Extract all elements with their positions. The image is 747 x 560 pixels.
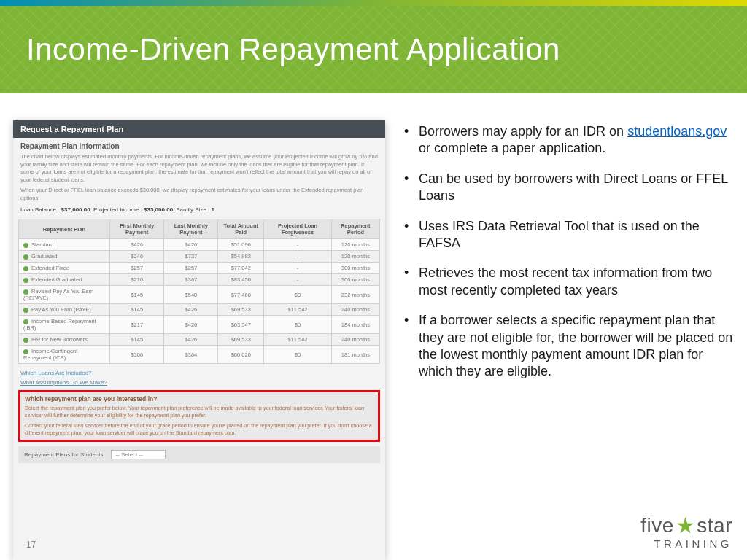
plan-dot-icon — [23, 289, 28, 295]
table-row: Extended Fixed$257$257$77,042-300 months — [19, 262, 380, 274]
col-last: Last Monthly Payment — [164, 219, 218, 239]
table-row: Standard$426$426$51,096-120 months — [19, 239, 380, 251]
table-row: Revised Pay As You Earn (REPAYE)$145$540… — [19, 286, 380, 304]
callout-text-2: Contact your federal loan servicer befor… — [25, 422, 374, 437]
page-number: 17 — [26, 540, 36, 550]
plan-dot-icon — [23, 254, 28, 260]
plan-dot-icon — [23, 266, 28, 271]
table-row: Pay As You Earn (PAYE)$145$426$69,533$11… — [19, 304, 380, 316]
plan-dot-icon — [23, 338, 28, 343]
panel-title: Request a Repayment Plan — [13, 120, 385, 138]
which-loans-link[interactable]: Which Loans Are Included? — [13, 368, 385, 378]
plan-dot-icon — [23, 349, 28, 354]
family-value: 1 — [212, 206, 214, 213]
plan-select-label: Repayment Plans for Students — [24, 451, 104, 458]
callout-text-1: Select the repayment plan you prefer bel… — [25, 405, 374, 419]
col-period: Repayment Period — [331, 219, 379, 239]
plan-dot-icon — [23, 243, 28, 248]
bullet-item: Uses IRS Data Retrieval Tool that is use… — [398, 218, 734, 252]
callout-title: Which repayment plan are you interested … — [25, 395, 374, 402]
content-area: Request a Repayment Plan Repayment Plan … — [0, 106, 747, 560]
family-label: Family Size : — [177, 206, 210, 213]
income-value: $35,000.00 — [144, 206, 173, 213]
gradient-accent-bar — [0, 0, 747, 6]
slide-header: Income-Driven Repayment Application — [0, 6, 747, 93]
highlighted-callout-box: Which repayment plan are you interested … — [18, 390, 380, 442]
balance-label: Loan Balance : — [20, 206, 59, 213]
studentloans-link[interactable]: studentloans.gov — [627, 124, 727, 139]
logo-line-2: TRAINING — [640, 537, 732, 550]
balance-value: $37,000.00 — [61, 206, 90, 213]
plan-dot-icon — [23, 308, 28, 313]
embedded-screenshot-panel: Request a Repayment Plan Repayment Plan … — [13, 120, 385, 560]
bullet-item: If a borrower selects a specific repayme… — [398, 312, 734, 381]
five-star-training-logo: five★star TRAINING — [640, 514, 732, 550]
plan-dot-icon — [23, 319, 28, 324]
star-icon: ★ — [676, 515, 696, 537]
bullet-list: Borrowers may apply for an IDR on studen… — [398, 123, 734, 381]
table-row: Extended Graduated$210$367$83,450-300 mo… — [19, 274, 380, 286]
income-label: Projected Income : — [93, 206, 142, 213]
repayment-plans-table: Repayment Plan First Monthly Payment Las… — [18, 219, 380, 364]
logo-line-1: five★star — [640, 514, 732, 537]
logo-word-five: five — [640, 514, 674, 537]
bullet-item: Borrowers may apply for an IDR on studen… — [398, 123, 734, 158]
col-forgive: Projected Loan Forgiveness — [264, 219, 332, 239]
slide-title: Income-Driven Repayment Application — [26, 32, 560, 67]
bullet-item: Retrieves the most recent tax informatio… — [398, 265, 734, 299]
table-row: IBR for New Borrowers$145$426$69,533$11,… — [19, 334, 380, 346]
table-row: Income-Contingent Repayment (ICR)$306$36… — [19, 346, 380, 364]
col-plan: Repayment Plan — [19, 219, 110, 239]
bullet-item: Can be used by borrowers with Direct Loa… — [398, 171, 734, 205]
loan-info-line: Loan Balance : $37,000.00 Projected Inco… — [13, 203, 385, 217]
plan-dot-icon — [23, 278, 28, 283]
table-row: Graduated$246$737$54,982-120 months — [19, 251, 380, 262]
description-paragraph-1: The chart below displays estimated month… — [13, 152, 385, 185]
plan-select-row: Repayment Plans for Students -- Select -… — [18, 446, 380, 463]
assumptions-link[interactable]: What Assumptions Do We Make? — [13, 378, 385, 387]
table-row: Income-Based Repayment (IBR)$217$426$63,… — [19, 316, 380, 334]
table-header-row: Repayment Plan First Monthly Payment Las… — [19, 219, 380, 239]
section-heading: Repayment Plan Information — [13, 138, 385, 152]
logo-word-star: star — [697, 514, 732, 537]
col-total: Total Amount Paid — [218, 219, 264, 239]
plan-select-dropdown[interactable]: -- Select -- — [111, 450, 166, 459]
col-first: First Monthly Payment — [110, 219, 164, 239]
description-paragraph-2: When your Direct or FFEL loan balance ex… — [13, 185, 385, 203]
bullets-panel: Borrowers may apply for an IDR on studen… — [398, 120, 734, 560]
